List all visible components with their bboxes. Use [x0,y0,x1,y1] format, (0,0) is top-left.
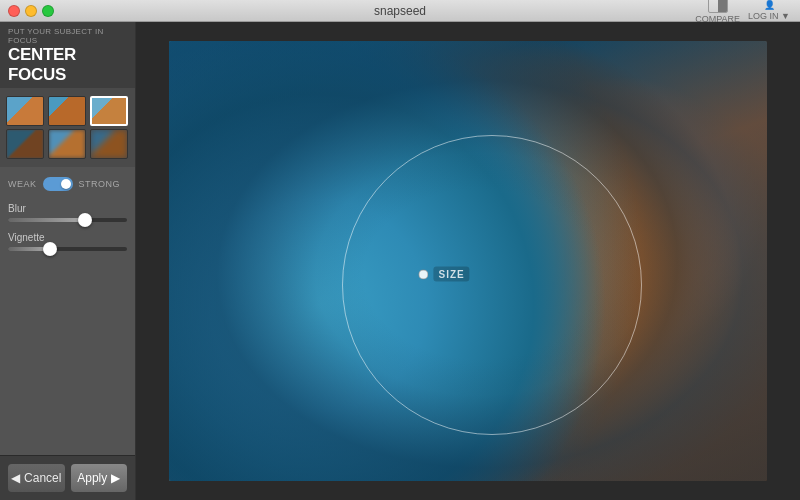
size-handle[interactable]: SIZE [418,267,469,282]
blur-thumb[interactable] [78,213,92,227]
apply-icon: ▶ [111,471,120,485]
thumbnail-3[interactable] [90,96,128,126]
sidebar-hint: PUT YOUR SUBJECT IN FOCUS [8,27,127,45]
thumb-image-3 [92,98,126,124]
apply-button[interactable]: Apply ▶ [71,464,128,492]
thumb-image-6 [91,130,127,158]
handle-dot [418,269,428,279]
thumbnail-1[interactable] [6,96,44,126]
title-bar: snapseed COMPARE 👤 LOG IN ▼ [0,0,800,22]
thumbnail-2[interactable] [48,96,86,126]
thumb-image-2 [49,97,85,125]
compare-title-label: COMPARE [695,14,740,24]
strength-toggle-row: WEAK STRONG [8,177,127,191]
thumbnail-4[interactable] [6,129,44,159]
sidebar-footer: ◀ Cancel Apply ▶ [0,455,135,500]
vignette-thumb[interactable] [43,242,57,256]
compare-icon [708,0,728,13]
cancel-button[interactable]: ◀ Cancel [8,464,65,492]
sidebar-header: PUT YOUR SUBJECT IN FOCUS CENTER FOCUS [0,22,135,88]
minimize-button[interactable] [25,5,37,17]
blur-slider-row: Blur [8,203,127,222]
controls-panel: WEAK STRONG Blur Vignette [0,167,135,455]
photo-container[interactable]: SIZE [169,41,767,481]
thumb-image-1 [7,97,43,125]
vignette-track[interactable] [8,247,127,251]
window-controls [8,5,54,17]
thumbnail-5[interactable] [48,129,86,159]
app-title: snapseed [374,4,426,18]
thumbnail-grid [0,88,135,167]
sidebar: PUT YOUR SUBJECT IN FOCUS CENTER FOCUS W… [0,22,136,500]
close-button[interactable] [8,5,20,17]
thumbnail-6[interactable] [90,129,128,159]
login-button[interactable]: 👤 LOG IN ▼ [748,0,790,21]
strength-toggle[interactable] [43,177,73,191]
cancel-label: Cancel [24,471,61,485]
maximize-button[interactable] [42,5,54,17]
toggle-knob [61,179,71,189]
vignette-slider-row: Vignette [8,232,127,251]
cancel-icon: ◀ [11,471,20,485]
thumb-image-5 [49,130,85,158]
thumb-image-4 [7,130,43,158]
weak-label: WEAK [8,179,37,189]
blur-track[interactable] [8,218,127,222]
strong-label: STRONG [79,179,121,189]
sidebar-title: CENTER FOCUS [8,45,127,86]
title-right-controls: COMPARE 👤 LOG IN ▼ [695,0,790,24]
apply-label: Apply [77,471,107,485]
blur-label: Blur [8,203,127,214]
blur-fill [8,218,85,222]
vignette-label: Vignette [8,232,127,243]
login-icon: 👤 [764,0,775,10]
blur-overlay [169,41,767,481]
size-label: SIZE [433,267,469,282]
login-label: LOG IN ▼ [748,11,790,21]
compare-title-button[interactable]: COMPARE [695,0,740,24]
main-canvas[interactable]: SIZE [136,22,800,500]
